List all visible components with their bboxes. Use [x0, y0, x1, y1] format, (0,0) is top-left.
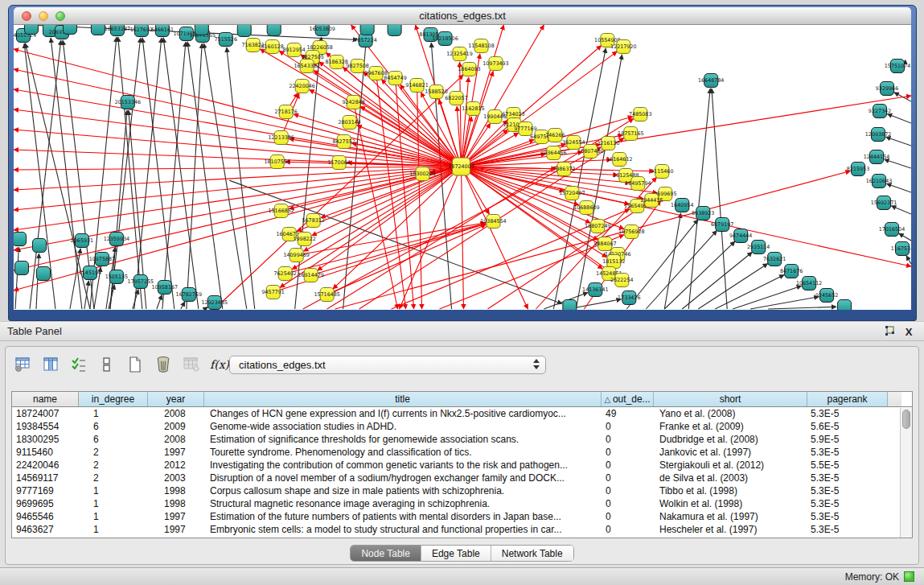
- column-header-name[interactable]: name: [12, 392, 79, 406]
- graph-node[interactable]: [360, 25, 374, 35]
- graph-node-label: 9242848: [342, 99, 364, 105]
- graph-node-label: 9115460: [651, 168, 673, 175]
- table-select-dropdown[interactable]: citations_edges.txt: [229, 356, 546, 374]
- graph-node-label: 12217920: [610, 43, 636, 50]
- table-cell: 5.3E-5: [807, 472, 888, 484]
- table-settings-button[interactable]: [12, 354, 33, 375]
- graph-node[interactable]: [32, 239, 46, 253]
- network-svg[interactable]: 1872400771638228160128891295418226058982…: [14, 25, 911, 310]
- network-canvas[interactable]: 1872400771638228160128891295418226058982…: [14, 25, 911, 310]
- graph-node-label: 7857224: [354, 37, 376, 43]
- table-row[interactable]: 946554611997Estimation of the future num…: [12, 510, 912, 523]
- table-row[interactable]: 1872400712008Changes of HCN gene express…: [12, 407, 912, 420]
- graph-node[interactable]: [14, 262, 28, 275]
- graph-node[interactable]: [36, 267, 50, 281]
- node-table[interactable]: namein_degreeyeartitle△ out_de...shortpa…: [11, 391, 913, 538]
- graph-node[interactable]: [63, 25, 76, 35]
- column-header-short[interactable]: short: [654, 392, 807, 406]
- graph-node[interactable]: [195, 25, 208, 35]
- table-row[interactable]: 2242004622012Investigating the contribut…: [12, 459, 912, 472]
- table-cell: 0: [602, 459, 654, 472]
- sort-ascending-icon: △: [604, 395, 612, 404]
- graph-node-label: 18757165: [618, 130, 643, 137]
- graph-node-label: 11548108: [468, 43, 494, 49]
- table-cell: 9465546: [12, 510, 79, 523]
- table-row[interactable]: 969969511998Structural magnetic resonanc…: [12, 497, 912, 510]
- table-cell: Tibbo et al. (1998): [654, 484, 807, 497]
- table-row[interactable]: 1938455462009Genome-wide association stu…: [12, 420, 912, 433]
- graph-node-label: 8471676: [780, 268, 803, 274]
- status-bar: Memory: OK: [0, 567, 924, 585]
- graph-node-label: 10975887: [89, 256, 115, 262]
- table-cell: 2: [79, 472, 148, 484]
- table-scrollbar[interactable]: [900, 408, 912, 538]
- graph-node[interactable]: [237, 25, 251, 37]
- memory-ok-indicator: [904, 571, 914, 582]
- float-panel-icon[interactable]: [882, 325, 897, 339]
- create-column-button[interactable]: [125, 354, 146, 375]
- graph-node-label: 15716485: [314, 291, 339, 298]
- graph-node-label: 9329966: [876, 85, 898, 92]
- table-cell: Changes of HCN gene expression and I(f) …: [204, 407, 602, 420]
- table-row[interactable]: 1456911722003Disruption of a novel membe…: [12, 472, 912, 484]
- table-cell: 2008: [148, 407, 204, 420]
- tab-node-table[interactable]: Node Table: [351, 546, 421, 561]
- close-window-button[interactable]: [22, 11, 31, 21]
- graph-node-label: 12444154: [864, 154, 889, 160]
- table-scrollbar-thumb[interactable]: [902, 410, 910, 429]
- tab-network-table[interactable]: Network Table: [491, 546, 573, 561]
- graph-node[interactable]: [388, 25, 401, 36]
- table-cell: 5.3E-5: [807, 407, 888, 420]
- graph-node-label: 3216120: [597, 140, 619, 146]
- select-columns-button[interactable]: [68, 354, 89, 375]
- graph-node[interactable]: [24, 25, 38, 35]
- table-tabs: Node TableEdge TableNetwork Table: [350, 545, 573, 562]
- function-builder-button[interactable]: f(x): [209, 354, 230, 375]
- graph-node-label: 8912954: [282, 47, 305, 53]
- close-panel-icon[interactable]: X: [901, 325, 916, 339]
- graph-node[interactable]: [838, 300, 852, 311]
- graph-node-label: 1640954: [671, 202, 693, 208]
- row-options-button[interactable]: [97, 354, 117, 375]
- table-row[interactable]: 946362711997Embryonic stem cells: a mode…: [12, 523, 912, 536]
- zoom-window-button[interactable]: [55, 11, 65, 21]
- table-cell: Estimation of the future numbers of pati…: [204, 510, 602, 523]
- delete-table-button[interactable]: [181, 354, 202, 375]
- table-cell: Jankovic et al. (1997): [654, 446, 807, 459]
- table-row[interactable]: 977716911998Corpus callosum shape and si…: [12, 484, 912, 497]
- graph-node-label: 1733426: [618, 295, 640, 301]
- tab-edge-table[interactable]: Edge Table: [421, 546, 491, 561]
- minimize-window-button[interactable]: [39, 11, 48, 21]
- table-cell: 5.6E-5: [807, 420, 888, 433]
- column-header-pagerank[interactable]: pagerank: [807, 392, 888, 406]
- column-header-title[interactable]: title: [204, 392, 602, 406]
- table-cell: 1998: [148, 484, 204, 497]
- memory-status-label: Memory: OK: [845, 571, 899, 583]
- graph-node-label: 7986372: [552, 166, 575, 172]
- window-titlebar[interactable]: citations_edges.txt: [14, 7, 911, 25]
- delete-column-button[interactable]: [153, 354, 174, 375]
- graph-node[interactable]: [563, 300, 577, 311]
- table-row[interactable]: 911546021997Tourette syndrome. Phenomeno…: [12, 446, 912, 459]
- table-cell: 1997: [148, 510, 204, 523]
- dropdown-stepper-icon: [533, 359, 540, 369]
- table-cell: 9699695: [12, 497, 79, 510]
- graph-node-label: 12923485: [202, 299, 228, 306]
- table-cell: 0: [602, 523, 654, 536]
- graph-node[interactable]: [14, 233, 26, 246]
- table-toolbar: f(x): [12, 352, 230, 377]
- app: { "window": { "title": "citations_edges.…: [0, 0, 924, 585]
- graph-node-label: 9827508: [346, 63, 368, 69]
- column-visibility-button[interactable]: [40, 354, 61, 375]
- column-header-out_de[interactable]: △ out_de...: [602, 392, 654, 406]
- graph-node-label: 7632621: [763, 256, 786, 262]
- graph-node-label: 1815132: [602, 258, 625, 265]
- graph-node[interactable]: [267, 25, 281, 36]
- table-cell: 5.3E-5: [807, 497, 888, 510]
- table-cell: 1: [79, 497, 148, 510]
- graph-node-label: 1864093: [458, 66, 480, 72]
- graph-node[interactable]: [91, 25, 105, 35]
- table-row[interactable]: 1830029562008Estimation of significance …: [12, 433, 912, 446]
- column-header-year[interactable]: year: [148, 392, 204, 406]
- column-header-in_degree[interactable]: in_degree: [79, 392, 148, 406]
